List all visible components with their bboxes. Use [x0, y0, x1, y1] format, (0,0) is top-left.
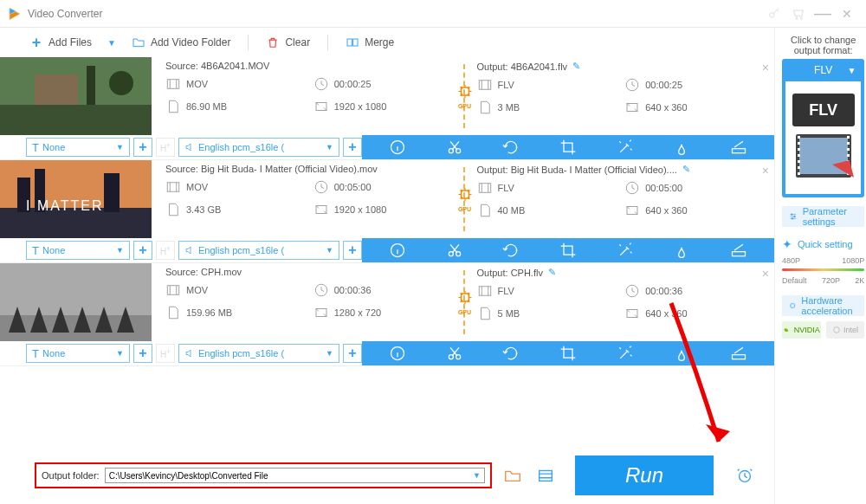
format-name: FLV	[814, 64, 832, 76]
video-thumbnail[interactable]	[0, 57, 152, 135]
app-logo-icon	[7, 6, 23, 22]
video-thumbnail[interactable]: I MATTER	[0, 160, 152, 238]
info-icon[interactable]	[389, 139, 406, 156]
snapshot-folder-button[interactable]	[533, 463, 558, 488]
remove-item-button[interactable]: ×	[762, 61, 769, 74]
file-icon	[165, 99, 181, 114]
svg-rect-27	[167, 183, 179, 192]
output-label: Output: Big Hit Buda- I Matter (Official…	[477, 165, 677, 175]
subtitle-edit-icon[interactable]	[730, 345, 747, 362]
add-files-button[interactable]: + Add Files	[21, 32, 100, 53]
source-label: Source: 4B6A2041.MOV	[165, 61, 456, 71]
video-thumbnail[interactable]	[0, 263, 152, 341]
h-button: H+	[156, 344, 175, 363]
nvidia-badge: NVIDIA	[782, 321, 821, 339]
subtitle-select[interactable]: TNone▼	[26, 138, 130, 157]
rotate-icon[interactable]	[502, 242, 520, 259]
svg-rect-6	[0, 105, 152, 135]
subtitle-edit-icon[interactable]	[730, 139, 747, 156]
effects-icon[interactable]	[617, 345, 634, 362]
audio-track-select[interactable]: English pcm_s16le (▼	[178, 241, 339, 260]
subtitle-select[interactable]: TNone▼	[26, 241, 130, 260]
chevron-down-icon[interactable]: ▼	[847, 66, 856, 75]
crop-icon[interactable]	[559, 242, 577, 259]
edit-output-icon[interactable]: ✎	[682, 164, 690, 175]
quality-slider[interactable]	[782, 268, 864, 271]
run-button[interactable]: Run	[575, 456, 714, 495]
window-minimize[interactable]: —	[811, 2, 835, 26]
output-label: Output: CPH.flv	[477, 268, 543, 278]
cut-icon[interactable]	[446, 345, 463, 362]
add-audio-button[interactable]: +	[343, 138, 362, 157]
output-label: Output: 4B6A2041.flv	[477, 61, 568, 72]
svg-rect-3	[347, 39, 352, 46]
edit-output-icon[interactable]: ✎	[572, 61, 580, 72]
edit-toolbar	[362, 238, 774, 262]
svg-point-1	[796, 17, 798, 19]
svg-rect-4	[353, 39, 358, 46]
open-folder-button[interactable]	[501, 463, 525, 488]
main-toolbar: + Add Files ▼ Add Video Folder Clear Mer…	[0, 28, 774, 57]
svg-text:I MATTER: I MATTER	[26, 198, 103, 213]
svg-rect-20	[733, 149, 746, 153]
edit-output-icon[interactable]: ✎	[548, 267, 556, 278]
crop-icon[interactable]	[559, 139, 577, 156]
merge-button[interactable]: Merge	[337, 32, 403, 53]
subtitle-edit-icon[interactable]	[730, 242, 747, 259]
watermark-icon[interactable]	[673, 139, 690, 156]
svg-rect-63	[847, 142, 850, 145]
format-preview: FLV	[785, 81, 861, 194]
svg-point-73	[834, 327, 840, 333]
list-item: Source: CPH.mov MOV 00:00:36 159.96 MB 1…	[0, 263, 774, 366]
watermark-icon[interactable]	[673, 242, 690, 259]
film-icon	[165, 76, 181, 92]
effects-icon[interactable]	[617, 242, 634, 259]
remove-item-button[interactable]: ×	[762, 164, 769, 178]
info-icon[interactable]	[389, 242, 406, 259]
audio-track-select[interactable]: English pcm_s16le (▼	[178, 344, 339, 363]
add-subtitle-button[interactable]: +	[133, 241, 152, 260]
vip-key-icon[interactable]	[762, 2, 786, 26]
output-format-selector[interactable]: FLV ▼ FLV	[782, 59, 864, 197]
svg-rect-7	[35, 74, 78, 105]
edit-toolbar	[362, 135, 774, 159]
chevron-down-icon[interactable]: ▼	[473, 471, 481, 480]
output-folder-path-input[interactable]: C:\Users\Kevincy\Desktop\Converted File …	[105, 468, 485, 483]
add-video-folder-button[interactable]: Add Video Folder	[123, 32, 240, 53]
watermark-icon[interactable]	[673, 345, 690, 362]
add-files-dropdown-chevron[interactable]: ▼	[107, 38, 116, 48]
cut-icon[interactable]	[446, 242, 463, 259]
rotate-icon[interactable]	[502, 139, 520, 156]
list-item: Source: 4B6A2041.MOV MOV 00:00:25 86.90 …	[0, 57, 774, 160]
svg-rect-72	[791, 304, 794, 307]
remove-item-button[interactable]: ×	[762, 267, 769, 281]
clear-button[interactable]: Clear	[257, 32, 319, 53]
cut-icon[interactable]	[446, 139, 463, 156]
svg-rect-51	[540, 471, 553, 481]
rotate-icon[interactable]	[502, 345, 520, 362]
schedule-button[interactable]	[733, 463, 757, 488]
app-title: Video Converter	[28, 8, 762, 20]
clock-icon	[624, 283, 640, 299]
gpu-badge: GPU	[457, 84, 473, 109]
film-icon	[165, 282, 181, 298]
parameter-settings-button[interactable]: Parameter settings	[782, 206, 864, 227]
svg-rect-64	[847, 148, 850, 151]
add-audio-button[interactable]: +	[343, 241, 362, 260]
chip-icon	[457, 187, 473, 203]
crop-icon[interactable]	[559, 345, 577, 362]
add-audio-button[interactable]: +	[343, 344, 362, 363]
info-icon[interactable]	[389, 345, 406, 362]
svg-point-71	[792, 218, 793, 220]
sidebar: Click to change output format: FLV ▼ FLV…	[775, 28, 866, 504]
window-close[interactable]: ✕	[835, 2, 859, 26]
subtitle-select[interactable]: TNone▼	[26, 344, 130, 363]
svg-rect-10	[167, 80, 179, 89]
add-subtitle-button[interactable]: +	[133, 344, 152, 363]
audio-track-select[interactable]: English pcm_s16le (▼	[178, 138, 339, 157]
h-button: H+	[156, 241, 175, 260]
cart-icon[interactable]	[786, 2, 811, 26]
effects-icon[interactable]	[617, 139, 634, 156]
hardware-acceleration-toggle[interactable]: Hardware acceleration	[782, 295, 864, 316]
add-subtitle-button[interactable]: +	[133, 138, 152, 157]
